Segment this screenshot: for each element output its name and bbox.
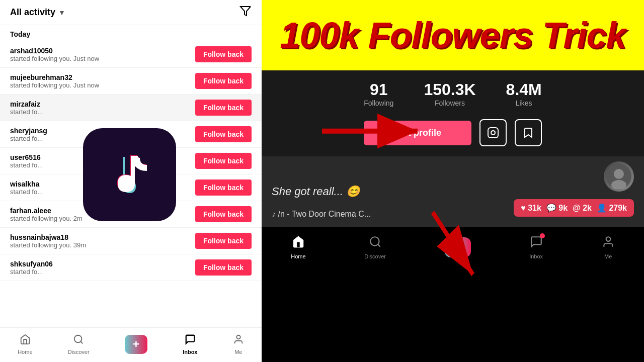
follow-back-button[interactable]: Follow back [195,100,252,116]
user-info: user6516 started fo... [10,153,43,169]
username: hussnainbajwa18 [10,233,86,241]
svg-point-1 [74,335,82,343]
search-icon [73,334,84,348]
right-panel: 100k Followers Trick 91 Following 150.3K… [262,0,644,362]
rnav-create[interactable]: + [445,237,471,257]
plus-icon: + [454,240,461,254]
rnav-home[interactable]: Home [291,235,305,259]
inbox-notification-dot [540,233,545,238]
video-caption: She got reall... 😊 [272,185,634,198]
home-icon [20,334,31,348]
follow-back-button[interactable]: Follow back [195,259,252,276]
nav-item-home[interactable]: Home [10,332,40,357]
discover-label: Discover [68,349,90,355]
profile-actions: Edit profile [277,119,629,146]
follow-back-button[interactable]: Follow back [195,46,252,62]
activity-text: started following you. 2m [10,215,83,222]
likes-label: Likes [506,99,542,107]
svg-point-9 [370,237,379,245]
profile-section: 91 Following 150.3K Followers 8.4M Likes… [262,70,644,156]
username: mujeeburehman32 [10,73,99,81]
follow-back-button[interactable]: Follow back [195,179,252,196]
nav-item-me[interactable]: Me [225,332,252,357]
today-label: Today [0,25,262,41]
plus-icon: + [133,338,139,351]
filter-icon[interactable] [239,5,252,20]
bookmark-icon-button[interactable] [515,119,542,146]
stat-likes: 8.4M Likes [506,80,542,107]
me-label: Me [604,253,612,259]
stat-followers: 150.3K Followers [424,80,475,107]
activity-text: started following you. Just now [10,81,99,89]
follow-back-button[interactable]: Follow back [195,73,252,89]
nav-item-discover[interactable]: Discover [60,332,98,357]
user-info: mirzafaiz started fo... [10,100,43,116]
username: wisalkha [10,180,43,188]
edit-profile-button[interactable]: Edit profile [364,121,471,145]
inbox-icon [530,235,543,251]
create-icon[interactable]: + [445,237,471,257]
username: farhan.aleee [10,207,83,215]
following-label: Following [364,99,393,107]
activity-text: started fo... [10,268,53,276]
svg-rect-4 [488,128,498,138]
chevron-down-icon: ▼ [58,9,65,17]
me-label: Me [234,349,242,355]
inbox-label: Inbox [183,349,197,355]
activity-text: started fo... [10,161,43,169]
comment-count: 💬 9k [546,203,568,213]
activity-text: started following you. 39m [10,241,86,249]
username: user6516 [10,153,43,161]
nav-item-inbox[interactable]: Inbox [175,332,205,357]
user-info: arshad10050 started following you. Just … [10,47,99,62]
rnav-me[interactable]: Me [602,235,615,259]
following-count: 91 [364,80,393,99]
engagement-badge: ♥ 31k 💬 9k @ 2k 👤 279k [514,199,634,217]
header-title-group[interactable]: All activity ▼ [10,7,65,18]
follow-back-button[interactable]: Follow back [195,153,252,169]
username: shksufyan06 [10,260,53,268]
yellow-section: 100k Followers Trick [262,0,644,70]
home-icon [292,235,305,251]
user-info: mujeeburehman32 started following you. J… [10,73,99,89]
follow-back-button[interactable]: Follow back [195,206,252,222]
username: arshad10050 [10,47,99,55]
video-section: She got reall... 😊 ♪ /n - Two Door Cinem… [262,156,644,227]
follower-count-badge: 👤 279k [597,203,627,213]
music-text: ♪ /n - Two Door Cinema C... [272,210,371,219]
bottom-nav-left: Home Discover + Inbox [0,327,262,362]
activity-header: All activity ▼ [0,0,262,25]
svg-line-2 [80,341,83,343]
inbox-icon [185,334,196,348]
activity-text: started fo... [10,188,43,196]
svg-point-3 [236,335,240,339]
instagram-icon-button[interactable] [479,119,507,146]
follow-back-button[interactable]: Follow back [195,233,252,249]
activity-text: started fo... [10,135,47,142]
me-icon [602,235,615,251]
activity-item: shksufyan06 started fo... Follow back [0,254,262,281]
create-button[interactable]: + [125,335,147,354]
activity-item: arshad10050 started following you. Just … [0,41,262,68]
rnav-inbox[interactable]: Inbox [529,235,543,259]
rnav-discover[interactable]: Discover [364,235,386,259]
follow-back-button[interactable]: Follow back [195,126,252,142]
user-info: farhan.aleee started following you. 2m [10,207,83,222]
activity-item: mirzafaiz started fo... Follow back [0,95,262,121]
tiktok-logo-overlay [83,128,176,221]
svg-line-10 [378,244,380,247]
username: sheryjansg [10,127,47,135]
username: mirzafaiz [10,100,43,108]
activity-item: hussnainbajwa18 started following you. 3… [0,228,262,254]
all-activity-label: All activity [10,7,55,18]
user-info: hussnainbajwa18 started following you. 3… [10,233,86,249]
left-panel: All activity ▼ Today arshad10050 started… [0,0,262,362]
avatar [604,161,634,192]
discover-icon [369,235,382,251]
heart-count: ♥ 31k [521,204,541,213]
user-info: shksufyan06 started fo... [10,260,53,276]
svg-point-7 [614,169,624,179]
nav-item-create[interactable]: + [117,333,155,356]
user-info: wisalkha started fo... [10,180,43,196]
stats-row: 91 Following 150.3K Followers 8.4M Likes [277,80,629,107]
